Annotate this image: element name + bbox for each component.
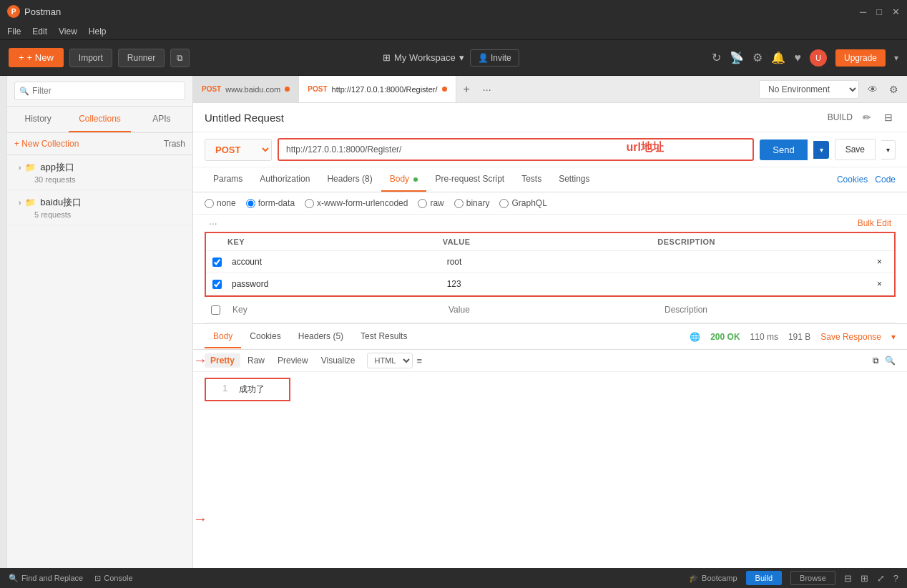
row-key-cell[interactable]: account (227, 255, 443, 269)
edit-icon[interactable]: ✏ (860, 110, 874, 124)
tab-body[interactable]: Body (381, 167, 427, 192)
url-input[interactable] (278, 138, 754, 161)
tab-params[interactable]: Params (205, 167, 251, 192)
view-toggle-button[interactable]: ⧉ (170, 49, 190, 67)
body-option-binary[interactable]: binary (454, 198, 490, 208)
env-eye-icon[interactable]: 👁 (865, 82, 881, 97)
format-pretty-button[interactable]: Pretty (205, 353, 240, 368)
new-value-input[interactable] (446, 303, 654, 317)
tab-tests[interactable]: Tests (513, 167, 550, 192)
layout-icon[interactable]: ⊟ (881, 110, 896, 124)
runner-button[interactable]: Runner (118, 49, 165, 67)
resp-tab-body[interactable]: Body (205, 325, 241, 348)
collection-header: › 📁 baidu接口 (19, 196, 185, 209)
resp-tab-cookies[interactable]: Cookies (241, 325, 289, 348)
new-desc-input[interactable] (662, 303, 870, 317)
chevron-right-icon: › (19, 164, 21, 172)
method-select[interactable]: POST GET PUT DELETE (205, 139, 272, 161)
resp-tab-tests[interactable]: Test Results (352, 325, 416, 348)
row-delete-cell[interactable]: × (873, 277, 894, 291)
row-key-cell[interactable]: password (227, 277, 443, 291)
list-item[interactable]: › 📁 baidu接口 5 requests (7, 190, 192, 225)
maximize-button[interactable]: □ (876, 6, 882, 17)
row-key-cell-empty[interactable] (226, 300, 442, 319)
row-value-cell[interactable]: root (443, 255, 658, 269)
upgrade-button[interactable]: Upgrade (835, 49, 886, 67)
tab-item-register[interactable]: POST http://127.0.0.1:8000/Register/ (299, 76, 456, 102)
minimize-button[interactable]: ─ (860, 6, 866, 17)
tab-pre-request[interactable]: Pre-request Script (426, 167, 513, 192)
tab-headers[interactable]: Headers (8) (318, 167, 381, 192)
sidebar-tab-apis[interactable]: APIs (131, 107, 192, 132)
request-tab-right-actions: Cookies Code (837, 175, 896, 185)
save-button[interactable]: Save (835, 139, 876, 160)
body-option-none[interactable]: none (205, 198, 236, 208)
response-time: 110 ms (750, 332, 778, 342)
tab-item-baidu[interactable]: POST www.baidu.com (193, 76, 299, 102)
sidebar-tab-history[interactable]: History (7, 107, 69, 132)
close-button[interactable]: ✕ (892, 6, 900, 17)
heart-icon[interactable]: ♥ (794, 52, 801, 64)
resp-tab-headers[interactable]: Headers (5) (290, 325, 352, 348)
radio-icon[interactable]: 📡 (730, 51, 744, 64)
row-checkbox[interactable] (212, 258, 222, 267)
table-row-empty[interactable] (205, 297, 896, 323)
filter-input[interactable] (14, 82, 185, 100)
workspace-button[interactable]: ⊞ My Workspace ▾ (383, 52, 464, 63)
body-option-raw[interactable]: raw (418, 198, 443, 208)
table-row: account root × (206, 251, 894, 273)
menu-edit[interactable]: Edit (32, 26, 47, 36)
bulk-edit-button[interactable]: Bulk Edit (858, 218, 891, 228)
settings-icon[interactable]: ⚙ (752, 51, 763, 64)
request-panel-wrap: url地址 Untitled Request BUILD ✏ ⊟ POST GE… (193, 103, 907, 568)
row-value-cell[interactable]: 123 (443, 277, 658, 291)
add-tab-button[interactable]: + (456, 76, 477, 102)
format-preview-button[interactable]: Preview (272, 353, 314, 368)
upgrade-chevron-icon[interactable]: ▾ (894, 53, 898, 63)
code-link[interactable]: Code (875, 175, 896, 185)
menu-help[interactable]: Help (89, 26, 107, 36)
user-avatar[interactable]: U (810, 49, 827, 67)
format-visualize-button[interactable]: Visualize (315, 353, 361, 368)
list-item[interactable]: › 📁 app接口 30 requests (7, 155, 192, 190)
row-checkbox[interactable] (211, 305, 220, 315)
row-desc-cell-empty[interactable] (658, 300, 874, 319)
new-key-input[interactable] (230, 303, 438, 317)
tab-more-button[interactable]: ··· (477, 84, 497, 95)
body-option-urlencoded[interactable]: x-www-form-urlencoded (305, 198, 408, 208)
copy-icon[interactable]: ⧉ (873, 356, 879, 366)
invite-button[interactable]: 👤 Invite (470, 49, 519, 67)
table-more-icon[interactable]: ··· (209, 217, 217, 229)
wrap-icon[interactable]: ≡ (417, 356, 423, 366)
save-response-chevron[interactable]: ▾ (891, 332, 896, 342)
save-response-button[interactable]: Save Response (820, 332, 881, 342)
trash-button[interactable]: Trash (164, 139, 185, 149)
env-settings-icon[interactable]: ⚙ (886, 82, 901, 97)
sync-icon[interactable]: ↻ (712, 51, 721, 64)
bell-icon[interactable]: 🔔 (771, 51, 785, 64)
format-raw-button[interactable]: Raw (242, 353, 270, 368)
send-button[interactable]: Send (760, 139, 807, 160)
menu-file[interactable]: File (7, 26, 21, 36)
sidebar-tab-collections[interactable]: Collections (69, 107, 130, 132)
import-button[interactable]: Import (69, 49, 112, 67)
search-response-icon[interactable]: 🔍 (885, 356, 896, 366)
send-dropdown-button[interactable]: ▾ (813, 141, 829, 159)
header-actions (873, 237, 894, 246)
response-type-select[interactable]: HTML JSON XML (367, 353, 413, 368)
header-key: KEY (227, 237, 443, 246)
cookies-link[interactable]: Cookies (837, 175, 868, 185)
tab-authorization[interactable]: Authorization (251, 167, 318, 192)
row-checkbox[interactable] (212, 280, 222, 289)
new-button[interactable]: + + New (9, 48, 64, 67)
row-delete-cell[interactable]: × (873, 255, 894, 269)
body-option-formdata[interactable]: form-data (246, 198, 295, 208)
body-option-graphql[interactable]: GraphQL (499, 198, 546, 208)
environment-select[interactable]: No Environment (759, 80, 859, 99)
tab-settings[interactable]: Settings (550, 167, 598, 192)
row-value-cell-empty[interactable] (442, 300, 658, 319)
body-options: none form-data x-www-form-urlencoded raw… (193, 192, 907, 215)
menu-view[interactable]: View (59, 26, 77, 36)
save-dropdown-button[interactable]: ▾ (881, 140, 896, 160)
new-collection-button[interactable]: + New Collection (14, 139, 79, 149)
